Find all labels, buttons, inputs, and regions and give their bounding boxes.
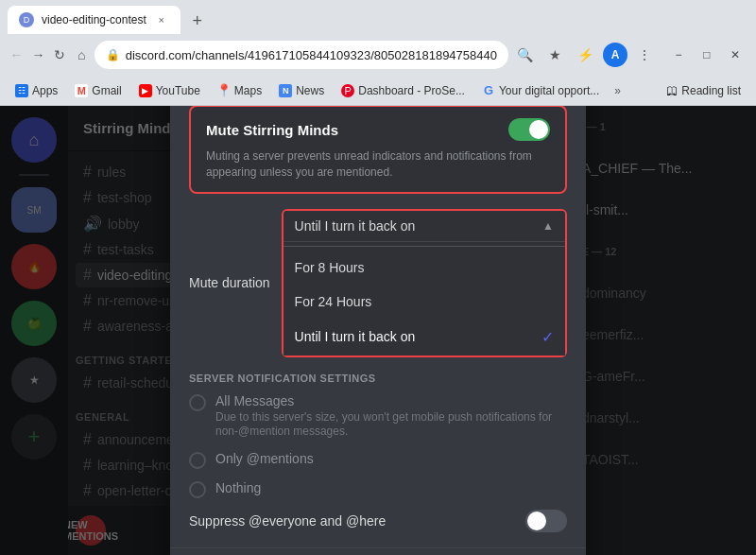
toggle-knob (529, 120, 548, 139)
back-button[interactable]: ← (8, 42, 26, 68)
tab-title: video-editing-contest (42, 13, 146, 26)
mute-duration-dropdown[interactable]: Until I turn it back on ▲ For 8 Hours Fo… (282, 209, 567, 357)
mute-toggle-switch[interactable] (508, 118, 550, 141)
profile-button[interactable]: A (603, 43, 627, 67)
option-forever-label: Until I turn it back on (295, 329, 416, 344)
google-icon: G (482, 84, 495, 97)
mute-section: Mute Stirring Minds Muting a server prev… (189, 106, 567, 194)
mute-duration-row: Mute duration Until I turn it back on ▲ … (189, 209, 567, 357)
suppress-row: Suppress @everyone and @here (189, 510, 567, 532)
radio-nothing-label: Nothing (215, 480, 261, 495)
bookmark-maps[interactable]: 📍 Maps (210, 81, 269, 100)
dropdown-divider (284, 246, 565, 247)
lock-icon: 🔒 (106, 48, 120, 61)
radio-all-messages-content: All Messages Due to this server's size, … (215, 393, 567, 440)
bookmark-dashboard[interactable]: P Dashboard - ProSe... (334, 81, 472, 100)
radio-only-mentions-content: Only @mentions (215, 451, 314, 466)
option-24h-label: For 24 Hours (295, 294, 372, 309)
bookmark-youtube-label: YouTube (156, 84, 200, 97)
bookmark-gmail[interactable]: M Gmail (67, 81, 129, 100)
suppress-toggle-switch[interactable] (525, 510, 567, 532)
tab-favicon: D (19, 12, 34, 27)
browser-frame: D video-editing-contest × + ← → ↻ ⌂ 🔒 di… (0, 0, 756, 555)
suppress-label: Suppress @everyone and @here (189, 513, 386, 529)
bookmark-apps-label: Apps (32, 84, 58, 97)
reload-button[interactable]: ↻ (51, 42, 69, 68)
radio-all-messages-desc: Due to this server's size, you won't get… (215, 410, 567, 440)
reading-list-label: Reading list (681, 84, 741, 97)
modal-footer: Done (170, 547, 586, 555)
bookmark-youtube[interactable]: ▶ YouTube (131, 81, 208, 100)
dropdown-selected[interactable]: Until I turn it back on ▲ (284, 211, 565, 241)
maps-icon: 📍 (217, 84, 231, 97)
address-bar: ← → ↻ ⌂ 🔒 discord.com/channels/419617105… (0, 34, 756, 76)
bookmark-apps[interactable]: ☷ Apps (8, 81, 65, 100)
gmail-icon: M (75, 84, 88, 97)
dropdown-selected-text: Until I turn it back on (295, 218, 416, 234)
radio-nothing-content: Nothing (215, 480, 261, 495)
option-8h-label: For 8 Hours (295, 260, 365, 275)
new-tab-button[interactable]: + (184, 8, 211, 34)
dropdown-option-24h[interactable]: For 24 Hours (284, 285, 565, 319)
url-text: discord.com/channels/419617105844109323/… (126, 48, 497, 62)
bookmark-google[interactable]: G Your digital opport... (474, 81, 607, 100)
radio-nothing[interactable]: Nothing (189, 480, 567, 498)
radio-all-messages-label: All Messages (215, 393, 567, 408)
bookmark-gmail-label: Gmail (92, 84, 121, 97)
reading-list-icon: 🕮 (666, 84, 678, 97)
browser-icons: 🔍 ★ ⚡ A ⋮ (512, 42, 658, 68)
more-bookmarks-button[interactable]: » (609, 81, 627, 100)
menu-icon[interactable]: ⋮ (631, 42, 658, 68)
apps-icon: ☷ (15, 84, 28, 97)
window-close-button[interactable]: ✕ (722, 42, 748, 68)
tab-bar: D video-editing-contest × + (0, 0, 756, 34)
section-label: SERVER NOTIFICATION SETTINGS (189, 373, 567, 384)
extensions-icon[interactable]: ⚡ (573, 42, 599, 68)
dropdown-option-8h[interactable]: For 8 Hours (284, 251, 565, 285)
tab-close-button[interactable]: × (154, 12, 169, 27)
radio-all-messages[interactable]: All Messages Due to this server's size, … (189, 393, 567, 440)
mute-description: Muting a server prevents unread indicato… (206, 148, 550, 181)
dropdown-options: For 8 Hours For 24 Hours Until I turn it… (284, 241, 565, 356)
bookmarks-bar: ☷ Apps M Gmail ▶ YouTube 📍 Maps N News P… (0, 76, 756, 106)
bookmark-news[interactable]: N News (271, 81, 332, 100)
bookmark-dashboard-label: Dashboard - ProSe... (358, 84, 465, 97)
search-icon[interactable]: 🔍 (512, 42, 539, 68)
radio-only-mentions[interactable]: Only @mentions (189, 451, 567, 469)
chevron-up-icon: ▲ (542, 219, 554, 233)
main-content: ⌂ SM 🔥 🍏 ★ + Stirring Minds # rules (0, 106, 756, 555)
modal-overlay[interactable]: Notification Settings Stirring Minds × M… (0, 106, 756, 555)
notification-settings-modal: Notification Settings Stirring Minds × M… (170, 106, 586, 555)
active-tab[interactable]: D video-editing-contest × (8, 6, 180, 34)
suppress-toggle-knob (527, 512, 546, 530)
bookmark-maps-label: Maps (234, 84, 262, 97)
news-icon: N (279, 84, 292, 97)
forward-button[interactable]: → (29, 42, 47, 68)
reading-list-button[interactable]: 🕮 Reading list (659, 81, 748, 100)
mute-label: Mute Stirring Minds (206, 122, 338, 138)
url-bar[interactable]: 🔒 discord.com/channels/41961710584410932… (94, 41, 508, 69)
window-controls: − □ ✕ (665, 42, 748, 68)
server-notification-section: SERVER NOTIFICATION SETTINGS All Message… (189, 373, 567, 498)
maximize-button[interactable]: □ (694, 42, 720, 68)
bookmark-google-label: Your digital opport... (499, 84, 599, 97)
dropdown-option-forever[interactable]: Until I turn it back on ✓ (284, 319, 565, 356)
radio-only-mentions-circle (189, 452, 206, 469)
selected-checkmark-icon: ✓ (541, 328, 554, 346)
youtube-icon: ▶ (139, 84, 152, 97)
radio-nothing-circle (189, 481, 206, 498)
radio-only-mentions-label: Only @mentions (215, 451, 314, 466)
mute-duration-label: Mute duration (189, 275, 270, 290)
star-icon[interactable]: ★ (542, 42, 569, 68)
modal-body: Mute Stirring Minds Muting a server prev… (170, 106, 586, 547)
radio-all-messages-circle (189, 394, 206, 411)
minimize-button[interactable]: − (665, 42, 692, 68)
pinterest-icon: P (341, 84, 354, 97)
mute-toggle-row: Mute Stirring Minds (206, 118, 550, 141)
home-button[interactable]: ⌂ (73, 42, 91, 68)
bookmark-news-label: News (296, 84, 324, 97)
